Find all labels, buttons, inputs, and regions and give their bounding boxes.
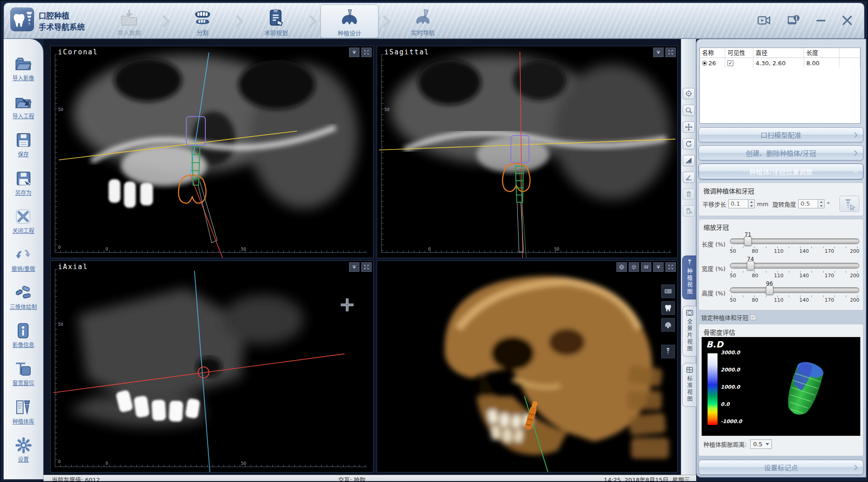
sagittal-ct-image <box>377 46 677 258</box>
minimize-button[interactable] <box>814 13 828 28</box>
axial-viewport[interactable]: 50 0 0 50 iAxial <box>50 260 373 472</box>
sidebar-item-image-info[interactable]: 影像信息 <box>12 322 34 348</box>
slider-thumb[interactable] <box>766 285 773 295</box>
toggle-slab-button[interactable] <box>661 284 675 298</box>
sagittal-viewport[interactable]: 50 0 50 iSagittal <box>377 46 678 258</box>
bone-density-view[interactable]: B.D 3000.02000.01000.00.0-1000.0 <box>702 337 860 436</box>
dropdown-icon[interactable] <box>349 262 359 272</box>
fullscreen-icon[interactable] <box>665 48 676 57</box>
implant-axis-move-button[interactable] <box>839 196 859 212</box>
translate-step-value[interactable]: 0.1 <box>728 199 748 208</box>
tab-label: 标准视图 <box>686 376 693 403</box>
slider-label: 长度 (%) <box>702 231 730 256</box>
sidebar-item-label: 导入工程 <box>12 112 34 120</box>
chevron-down-icon <box>852 168 859 175</box>
rotate-angle-label: 旋转角度 <box>772 200 796 208</box>
delete-measure-tool-button[interactable] <box>683 188 695 200</box>
right-panel: 名称可见性直径长度26✓4.30, 2.608.00 口扫模型配准 创建、删除种… <box>696 39 866 477</box>
gray-value-status: 当前灰度值: 6012 <box>44 475 100 482</box>
workflow-step-implant-design[interactable]: 种植设计 <box>320 5 378 38</box>
ruler-label: 0 <box>106 247 108 251</box>
workflow-step-preop-planning[interactable]: 术前规划 <box>247 5 305 38</box>
sidebar-item-import-image[interactable]: 导入影像 <box>12 55 34 82</box>
rotate-tool-button[interactable] <box>683 138 695 149</box>
tab-panorama-view[interactable]: 全景片视图 <box>682 306 696 357</box>
coronal-ruler-bottom <box>55 251 367 253</box>
slices-icon[interactable] <box>641 262 651 272</box>
sidebar-item-implant-library[interactable]: 种植体库 <box>12 399 34 425</box>
implant-position-adjust-button[interactable]: 种植体/牙冠位置调整 <box>698 164 863 179</box>
sidebar-item-save[interactable]: 保存 <box>15 131 33 158</box>
workflow-step-realtime-nav[interactable]: 实时导航 <box>394 5 452 38</box>
title-bar: 口腔种植 手术导航系统 导入数据分割术前规划种植设计实时导航 <box>4 3 864 39</box>
slider-tick-label: 50 <box>730 297 736 303</box>
scan-model-register-label: 口扫模型配准 <box>761 130 801 140</box>
interaction-status: 交互: 拾取 <box>100 475 604 482</box>
toggle-crown-button[interactable] <box>661 301 675 315</box>
dropdown-icon[interactable] <box>653 262 664 272</box>
fullscreen-icon[interactable] <box>361 262 372 272</box>
locate-tool-button[interactable] <box>683 88 695 99</box>
segmentation-icon <box>193 8 213 28</box>
slider-track[interactable] <box>730 287 859 293</box>
tab-standard-view[interactable]: 标准视图 <box>682 363 696 407</box>
info-button[interactable] <box>785 13 801 28</box>
measure-angle-tool-button[interactable] <box>683 172 695 183</box>
lock-implant-checkbox[interactable]: ✓ <box>750 314 756 320</box>
set-marker-button[interactable]: 设置标记点 <box>698 460 863 475</box>
workflow-step-segmentation[interactable]: 分割 <box>174 5 232 38</box>
sidebar-item-close-project[interactable]: 关闭工程 <box>12 208 34 234</box>
slider-thumb[interactable] <box>744 236 752 246</box>
implant-selected-radio[interactable] <box>702 61 707 66</box>
stepper-arrows-icon[interactable] <box>748 199 755 208</box>
implant-expansion-dropdown[interactable]: 0.5 <box>750 439 772 449</box>
slider[interactable]: 715080110140170200 <box>730 231 859 256</box>
tab-implant-view[interactable]: 种植视图 <box>682 255 696 299</box>
toggle-implant-button[interactable] <box>661 345 675 358</box>
translate-step-stepper[interactable]: 0.1 <box>728 199 755 208</box>
sphere-icon[interactable] <box>616 262 627 272</box>
save-icon <box>15 131 33 149</box>
step-separator-chevron-icon <box>158 5 174 38</box>
tab-label: 全景片视图 <box>686 318 693 352</box>
toggle-jaw-button[interactable] <box>661 318 675 332</box>
implant-table-header-cell: 可见性 <box>725 48 753 58</box>
workflow-step-import-data[interactable]: 导入数据 <box>100 5 158 38</box>
sidebar-item-settings[interactable]: 设置 <box>15 437 33 463</box>
volume-3d-toggles <box>661 284 675 358</box>
slider[interactable]: 965080110140170200 <box>730 280 859 305</box>
create-delete-implant-button[interactable]: 创建、删除种植体/牙冠 <box>698 145 863 160</box>
volume-3d-viewport[interactable] <box>377 260 678 472</box>
axial-view-buttons <box>349 262 372 272</box>
pan-tool-button[interactable] <box>683 121 695 133</box>
sidebar-item-import-project[interactable]: 导入工程 <box>12 93 34 120</box>
measure-length-tool-button[interactable] <box>683 155 695 166</box>
close-button[interactable] <box>840 13 854 28</box>
status-bar: 当前灰度值: 6012 交互: 拾取 14:25, 2018年8月15日, 星期… <box>44 475 696 482</box>
stepper-arrows-icon[interactable] <box>818 199 824 208</box>
dropdown-icon[interactable] <box>653 48 664 57</box>
sidebar-item-window-level[interactable]: 窗宽窗位 <box>12 360 34 386</box>
slider-thumb[interactable] <box>747 261 754 270</box>
fullscreen-icon[interactable] <box>361 48 372 57</box>
scan-model-register-button[interactable]: 口扫模型配准 <box>698 127 863 142</box>
axial-ct-image <box>51 261 373 472</box>
implant-table-row[interactable]: 26✓4.30, 2.608.00 <box>700 58 860 68</box>
sidebar-item-undo-redo[interactable]: 撤销/重做 <box>11 246 35 272</box>
fullscreen-icon[interactable] <box>665 262 676 272</box>
sidebar-item-volume-render[interactable]: 三维体绘制 <box>10 284 37 310</box>
coronal-viewport[interactable]: 50 0 0 50 iCoronal <box>50 46 373 258</box>
rotate-angle-value[interactable]: 0.5 <box>798 199 818 208</box>
sidebar-item-save-as[interactable]: 另存为 <box>15 170 33 196</box>
slider[interactable]: 745080110140170200 <box>730 256 859 280</box>
delete-all-tool-button[interactable] <box>683 205 695 217</box>
rotate-angle-stepper[interactable]: 0.5 <box>798 199 824 208</box>
zoom-tool-button[interactable] <box>683 105 695 116</box>
implant-visible-checkbox[interactable]: ✓ <box>727 60 733 66</box>
implant-design-icon <box>339 8 359 28</box>
dropdown-icon[interactable] <box>349 48 359 57</box>
cube-icon[interactable] <box>629 262 639 272</box>
colorbar-tick-label: 3000.0 <box>721 350 740 356</box>
realtime-nav-icon <box>413 8 433 28</box>
record-button[interactable] <box>756 13 772 28</box>
